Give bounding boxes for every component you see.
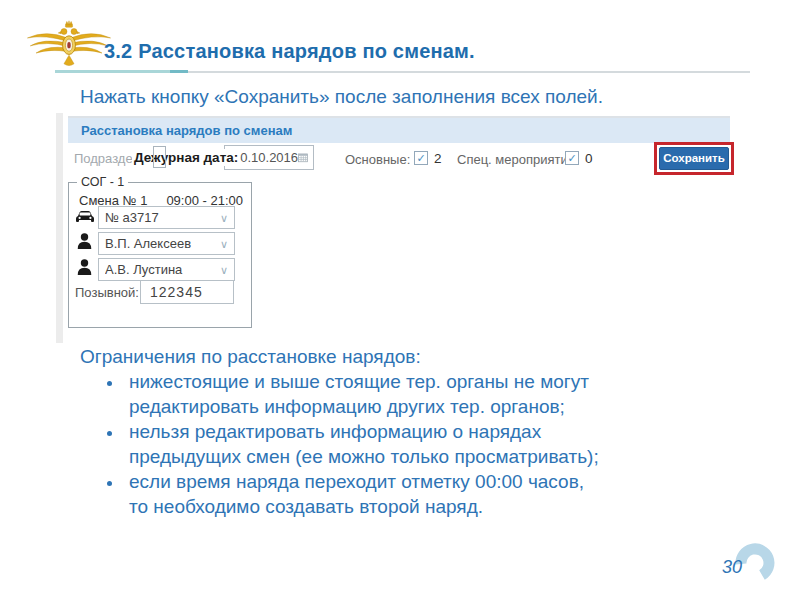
save-button[interactable]: Сохранить [659,147,729,170]
officer2-select[interactable]: А.В. Лустина ∨ [98,258,235,281]
chevron-down-icon: ∨ [220,265,228,275]
title-underline-gray [188,71,750,73]
callsign-input[interactable]: 122345 [140,280,234,304]
restrictions-block: Ограничения по расстановке нарядов: ниже… [80,344,640,519]
person-icon [77,259,92,275]
special-events-label: Спец. мероприятия: [457,152,578,167]
list-item: нижестоящие и выше стоящие тер. органы н… [123,369,601,419]
check-icon: ✓ [416,152,425,164]
check-icon: ✓ [567,152,576,164]
page-title: 3.2 Расстановка нарядов по сменам. [104,40,475,63]
list-item: если время наряда переходит отметку 00:0… [123,469,601,519]
unit-dropdown-fragment [153,146,166,168]
vehicle-select[interactable]: № а3717 ∨ [98,206,235,229]
car-icon [75,209,95,225]
title-underline-dash [170,70,188,73]
title-underline-teal [55,70,185,73]
restrictions-heading: Ограничения по расстановке нарядов: [80,344,640,369]
group-legend: СОГ - 1 [77,175,128,189]
duty-date-value: 20.10.2016 [233,150,298,165]
instruction-text: Нажать кнопку «Сохранить» после заполнен… [80,86,603,108]
mvd-eagle-emblem-icon [26,18,112,78]
callsign-label: Позывной: [75,285,139,300]
main-orders-label: Основные: [345,152,410,167]
officer1-select[interactable]: В.П. Алексеев ∨ [98,232,235,255]
vehicle-value: № а3717 [105,210,220,225]
main-orders-count: 2 [434,151,442,166]
sog-group-box: СОГ - 1 Смена № 1 09:00 - 21:00 № а3717 … [68,182,252,328]
officer2-value: А.В. Лустина [105,262,220,277]
list-item: нельзя редактировать информацию о наряда… [123,419,601,469]
form-header-bar: Расстановка нарядов по сменам [68,116,730,143]
chevron-down-icon: ∨ [220,239,228,249]
page-number: 30 [712,557,742,578]
special-events-count: 0 [585,151,593,166]
screenshot-left-edge [56,113,63,343]
officer1-value: В.П. Алексеев [105,236,220,251]
calendar-icon[interactable] [298,151,308,164]
restrictions-list: нижестоящие и выше стоящие тер. органы н… [123,369,601,519]
chevron-down-icon: ∨ [220,213,228,223]
person-icon [77,233,92,249]
form-header-title: Расстановка нарядов по сменам [81,123,292,138]
special-events-checkbox[interactable]: ✓ [565,151,579,165]
main-orders-checkbox[interactable]: ✓ [414,151,428,165]
duty-date-label: Дежурная дата: [132,149,240,166]
